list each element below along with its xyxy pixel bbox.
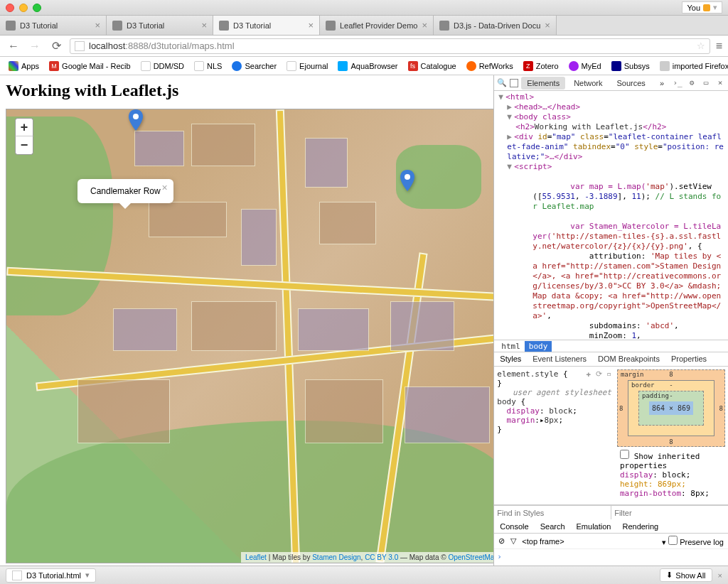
clear-console-icon[interactable]: ⊘ xyxy=(498,536,505,546)
refworks-icon xyxy=(466,61,476,71)
stamen-link[interactable]: Stamen Design xyxy=(312,553,360,561)
elements-tree[interactable]: ▼<html> ▶<head>…</head> ▼<body class> <h… xyxy=(494,91,728,340)
leaflet-link[interactable]: Leaflet xyxy=(245,553,267,561)
download-filename: D3 Tutorial.html xyxy=(26,571,81,580)
leaflet-map[interactable]: + − × Candlemaker Row Leaflet | Map tile… xyxy=(6,109,493,563)
bookmark-ddmsd[interactable]: DDM/SD xyxy=(138,60,187,72)
preserve-log-checkbox[interactable]: Preserve log xyxy=(668,538,724,546)
console-body[interactable]: › xyxy=(494,549,728,566)
back-button[interactable]: ← xyxy=(6,38,21,54)
popup-text: Candlemaker Row xyxy=(90,186,161,196)
menu-button[interactable]: ≡ xyxy=(716,40,722,53)
tab-title: Leaflet Provider Demo xyxy=(340,21,417,30)
bookmark-label: Zotero xyxy=(536,62,559,70)
bookmark-label: Searcher xyxy=(245,62,277,70)
tab-dom-breakpoints[interactable]: DOM Breakpoints xyxy=(592,352,665,366)
panel-more[interactable]: » xyxy=(654,77,670,90)
browser-tabs: D3 Tutorial× D3 Tutorial× D3 Tutorial× L… xyxy=(0,16,728,36)
map-marker[interactable] xyxy=(129,109,143,131)
bookmark-nls[interactable]: NLS xyxy=(191,60,225,72)
tab-event-listeners[interactable]: Event Listeners xyxy=(527,352,592,366)
popup-close-button[interactable]: × xyxy=(162,182,168,193)
minimize-window-button[interactable] xyxy=(19,4,28,12)
show-all-button[interactable]: ⬇ Show All xyxy=(660,568,712,582)
tab-rendering[interactable]: Rendering xyxy=(616,520,664,533)
dock-icon[interactable]: ▭ xyxy=(701,78,711,88)
panel-network[interactable]: Network xyxy=(568,77,608,90)
tab-d3-tutorial-1[interactable]: D3 Tutorial× xyxy=(0,16,107,35)
page-icon xyxy=(326,21,336,31)
map-popup: × Candlemaker Row xyxy=(77,179,173,203)
bookmark-label: NLS xyxy=(207,62,222,70)
bookmark-apps[interactable]: Apps xyxy=(6,60,42,72)
bookmark-label: MyEd xyxy=(582,62,601,70)
bookmark-zotero[interactable]: ZZotero xyxy=(520,60,562,72)
profile-label: You xyxy=(687,4,700,12)
maximize-window-button[interactable] xyxy=(33,4,41,12)
profile-badge[interactable]: You ▾ xyxy=(682,1,722,13)
bookmark-catalogue[interactable]: fsCatalogue xyxy=(405,60,459,72)
panel-elements[interactable]: Elements xyxy=(521,77,565,90)
styles-rules[interactable]: element.style {✚ ⟳ ▫ } user agent styles… xyxy=(494,367,614,504)
bookmark-ejournal[interactable]: Ejournal xyxy=(284,60,331,72)
crumb-html[interactable]: html xyxy=(497,341,525,352)
bookmark-star-icon[interactable]: ☆ xyxy=(697,40,705,51)
bookmark-subsys[interactable]: Subsys xyxy=(609,60,653,72)
tab-d3js[interactable]: D3.js - Data-Driven Docu× xyxy=(434,16,557,35)
find-in-styles-input[interactable] xyxy=(494,506,611,519)
zoom-out-button[interactable]: − xyxy=(15,136,33,155)
show-inherited-checkbox[interactable]: Show inherited properties xyxy=(620,452,700,470)
close-icon[interactable]: × xyxy=(545,20,550,31)
tab-leaflet-provider[interactable]: Leaflet Provider Demo× xyxy=(320,16,434,35)
frame-selector[interactable]: <top frame> xyxy=(522,537,564,546)
bookmark-myed[interactable]: MyEd xyxy=(566,60,604,72)
tab-title: D3 Tutorial xyxy=(233,21,271,30)
aquabrowser-icon xyxy=(338,61,348,71)
crumb-body[interactable]: body xyxy=(525,341,552,352)
chevron-down-icon[interactable]: ▾ xyxy=(85,571,90,580)
close-bar-button[interactable]: × xyxy=(718,571,722,580)
tab-search[interactable]: Search xyxy=(535,520,571,533)
tab-console[interactable]: Console xyxy=(494,520,534,533)
cc-link[interactable]: CC BY 3.0 xyxy=(365,553,398,561)
inspect-icon[interactable] xyxy=(510,79,518,87)
settings-icon[interactable]: ⚙ xyxy=(687,78,697,88)
filter-icon[interactable]: ▽ xyxy=(510,536,516,546)
zotero-icon: Z xyxy=(523,61,533,71)
bookmark-aquabrowser[interactable]: AquaBrowser xyxy=(335,60,400,72)
close-icon[interactable]: × xyxy=(95,20,100,31)
tab-d3-tutorial-3[interactable]: D3 Tutorial× xyxy=(213,16,320,35)
apps-icon xyxy=(9,61,18,71)
panel-sources[interactable]: Sources xyxy=(611,77,651,90)
page-heading: Working with Leaflet.js xyxy=(6,81,488,100)
address-bar[interactable]: localhost:8888/d3tutorial/maps.html ☆ xyxy=(70,38,710,54)
close-icon[interactable]: × xyxy=(201,20,207,31)
bookmark-searcher[interactable]: Searcher xyxy=(229,60,279,72)
close-icon[interactable]: × xyxy=(308,20,314,31)
folder-icon xyxy=(660,61,670,71)
tab-emulation[interactable]: Emulation xyxy=(571,520,617,533)
tab-title: D3 Tutorial xyxy=(20,21,58,30)
reload-button[interactable]: ⟳ xyxy=(48,38,64,54)
bookmark-label: AquaBrowser xyxy=(350,62,397,70)
tab-d3-tutorial-2[interactable]: D3 Tutorial× xyxy=(107,16,213,35)
bookmark-label: Apps xyxy=(21,62,39,70)
tab-styles[interactable]: Styles xyxy=(494,352,527,366)
gmail-icon: M xyxy=(49,61,59,71)
zoom-in-button[interactable]: + xyxy=(15,118,33,136)
map-marker[interactable] xyxy=(400,170,414,191)
filter-input[interactable] xyxy=(611,506,728,519)
forward-button[interactable]: → xyxy=(27,38,43,54)
bookmark-imported-firefox[interactable]: imported Firefox xyxy=(657,60,728,72)
bookmark-refworks[interactable]: RefWorks xyxy=(464,60,516,72)
console-toggle-icon[interactable]: ›_ xyxy=(673,78,682,88)
tab-properties[interactable]: Properties xyxy=(665,352,712,366)
search-icon[interactable]: 🔍 xyxy=(497,78,507,88)
download-item[interactable]: D3 Tutorial.html ▾ xyxy=(6,568,96,583)
box-model[interactable]: margin 8 8 8 8 border - padding - 864 × … xyxy=(614,367,728,504)
close-icon[interactable]: × xyxy=(422,20,427,31)
osm-link[interactable]: OpenStreetMap xyxy=(448,553,493,561)
close-icon[interactable]: × xyxy=(715,78,725,88)
close-window-button[interactable] xyxy=(6,4,14,12)
bookmark-gmail[interactable]: MGoogle Mail - Recib xyxy=(46,60,134,72)
